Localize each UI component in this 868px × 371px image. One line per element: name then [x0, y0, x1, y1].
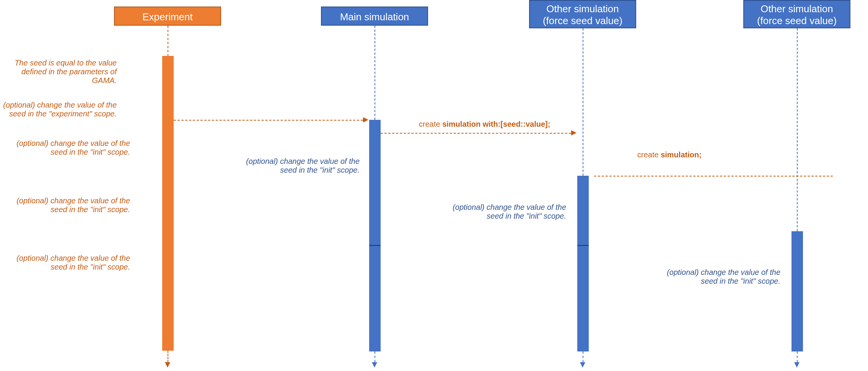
other-sim-force-header: Other simulation (force seed value): [529, 0, 636, 28]
other-sim-activation-bar: [577, 176, 589, 351]
message-arrow-line: [174, 120, 363, 121]
message-arrow-line: [594, 176, 833, 177]
other-sim-force-title-1: Other simulation: [530, 3, 635, 15]
other-sim2-activation-bar: [791, 231, 803, 351]
code-pre: create: [419, 120, 442, 128]
bar-separator: [369, 245, 381, 246]
annotation-main-sim-init: (optional) change the value of the seed …: [245, 157, 360, 175]
lifeline-dash: [797, 351, 798, 362]
lifeline-dash: [583, 351, 583, 362]
other-sim-force-title-2: (force seed value): [530, 15, 635, 27]
annotation-init-scope-2: (optional) change the value of the seed …: [15, 196, 130, 214]
arrowhead-right-icon: [363, 117, 368, 123]
bar-separator: [577, 245, 589, 246]
message-arrow-line: [381, 133, 571, 134]
other-sim-force2-title-2: (force seed value): [744, 15, 850, 27]
annotation-init-scope-3: (optional) change the value of the seed …: [15, 254, 130, 271]
main-simulation-title: Main simulation: [340, 11, 409, 23]
code-create-sim-with-seed: create simulation with:[seed::value];: [419, 120, 550, 129]
experiment-header: Experiment: [114, 7, 221, 26]
lifeline-dash: [168, 351, 168, 362]
arrowhead-down-icon: [165, 362, 170, 368]
other-sim-force2-title-1: Other simulation: [744, 3, 850, 15]
code-bold: simulation;: [661, 150, 702, 159]
annotation-other-sim2-init: (optional) change the value of the seed …: [666, 268, 780, 286]
code-bold: simulation with:[seed::value];: [442, 120, 550, 128]
code-create-sim: create simulation;: [637, 150, 702, 159]
annotation-other-sim-init: (optional) change the value of the seed …: [451, 203, 566, 221]
experiment-title: Experiment: [142, 11, 193, 23]
lifeline-dash: [375, 26, 375, 120]
annotation-experiment-scope: (optional) change the value of the seed …: [2, 101, 117, 118]
experiment-activation-bar: [162, 56, 174, 351]
lifeline-dash: [797, 28, 798, 231]
main-simulation-header: Main simulation: [321, 7, 428, 26]
arrowhead-right-icon: [571, 130, 576, 136]
code-pre: create: [637, 150, 661, 159]
main-sim-activation-bar: [369, 120, 381, 351]
annotation-init-scope-1: (optional) change the value of the seed …: [15, 139, 130, 157]
arrowhead-down-icon: [580, 362, 585, 368]
arrowhead-down-icon: [794, 362, 800, 368]
lifeline-dash: [583, 28, 583, 176]
annotation-experiment-default-seed: The seed is equal to the value defined i…: [2, 59, 117, 85]
lifeline-dash: [168, 26, 168, 56]
lifeline-dash: [375, 351, 375, 362]
other-sim-force2-header: Other simulation (force seed value): [743, 0, 850, 28]
arrowhead-down-icon: [372, 362, 377, 368]
